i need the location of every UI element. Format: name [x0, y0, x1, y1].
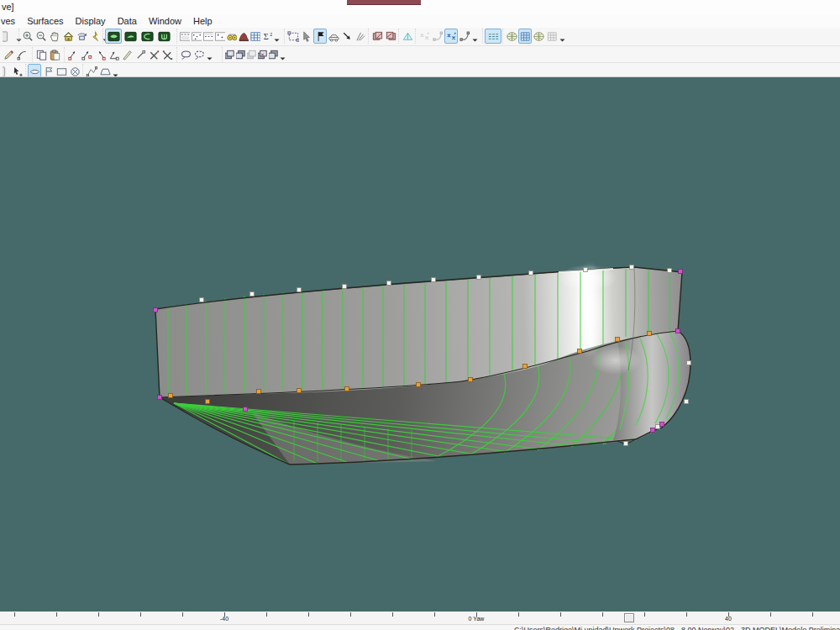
select-pointer-button[interactable] — [300, 29, 313, 44]
ruler-tick — [14, 612, 15, 617]
menu-item-window[interactable]: Window — [143, 14, 187, 28]
untrim-surface-button[interactable] — [384, 29, 397, 44]
lasso-add-icon — [193, 49, 206, 61]
menu-item-display[interactable]: Display — [70, 14, 112, 28]
offsets-window-button[interactable] — [214, 29, 226, 44]
merge-layers-button[interactable] — [257, 47, 268, 62]
pen-tools-button[interactable] — [354, 29, 367, 44]
grid-off-button[interactable] — [545, 29, 559, 44]
perspective-box-button[interactable] — [327, 29, 340, 44]
add-node-button[interactable] — [80, 47, 93, 62]
prism-view-button[interactable] — [401, 29, 414, 44]
draw-arc-button[interactable] — [15, 47, 29, 62]
surface-net-button[interactable] — [505, 29, 518, 44]
view-body-button[interactable] — [155, 29, 172, 44]
bring-forward-icon — [224, 49, 235, 61]
offsets-table-button[interactable] — [249, 29, 261, 44]
select-area-button[interactable] — [286, 29, 300, 44]
bring-forward-button[interactable] — [224, 47, 235, 62]
view-body-icon — [158, 30, 171, 43]
grid-off-icon — [546, 30, 559, 43]
ruler-tick — [812, 612, 813, 617]
viewport-canvas[interactable] — [0, 76, 840, 612]
merge-layers-icon — [257, 49, 268, 61]
select-pointer-icon — [301, 30, 313, 43]
toolbar-dropdown-icon[interactable] — [279, 47, 286, 62]
grid-on-button[interactable] — [518, 29, 532, 44]
calculations-button[interactable]: Σ2 — [261, 29, 273, 44]
node-curve-icon — [459, 30, 471, 43]
toolbar-dropdown-icon[interactable] — [206, 47, 213, 62]
split-line-button[interactable] — [134, 47, 147, 62]
toolbar-group — [368, 29, 397, 44]
frame-of-reference-button[interactable] — [226, 29, 238, 44]
surface-net-icon — [506, 30, 518, 43]
offsets-table-icon — [249, 30, 261, 43]
cut-curve-icon — [148, 49, 160, 61]
control-points-window-icon — [191, 30, 202, 43]
rotate-view-button[interactable] — [75, 29, 88, 44]
insert-edge-button[interactable] — [120, 47, 134, 62]
ruler-tick — [266, 612, 267, 617]
menu-item-help[interactable]: Help — [187, 14, 218, 28]
ruler-tick — [434, 612, 435, 617]
view-perspective-button[interactable] — [105, 29, 122, 44]
arrange-layers-icon — [268, 49, 279, 61]
rotate-view-icon — [76, 30, 88, 43]
arrange-layers-button[interactable] — [268, 47, 279, 62]
toolbar-dropdown-icon[interactable] — [471, 29, 478, 44]
toolbar-dropdown-icon[interactable] — [273, 29, 280, 44]
svg-text:Σ: Σ — [263, 32, 268, 41]
node-curve-button[interactable] — [458, 29, 471, 44]
application-window: { "window": { "title_fragment": "ve]" },… — [0, 0, 840, 630]
toolbar-group — [102, 29, 172, 44]
markers-window-button[interactable] — [179, 29, 191, 44]
home-view-icon — [62, 30, 75, 43]
contours-toggle-button[interactable] — [485, 29, 501, 44]
curves-window-button[interactable] — [202, 29, 214, 44]
cut-curve-button[interactable] — [147, 47, 160, 62]
copy-button[interactable] — [34, 47, 48, 62]
move-node-button[interactable] — [66, 47, 80, 62]
node-curve-alt-icon — [432, 30, 444, 43]
visibility-flag-icon — [314, 30, 327, 43]
toolbar-group — [482, 29, 501, 44]
draw-line-button[interactable] — [2, 47, 15, 62]
ruler-tick — [98, 612, 99, 617]
surface-mesh-button[interactable] — [532, 29, 545, 44]
menu-item-ves[interactable]: ves — [0, 14, 21, 28]
yaw-slider-thumb[interactable] — [624, 613, 634, 622]
toolbar-group — [32, 47, 61, 62]
pan-button[interactable] — [48, 29, 61, 44]
insert-edge-icon — [121, 49, 134, 61]
render-button[interactable] — [88, 29, 102, 44]
home-view-button[interactable] — [61, 29, 75, 44]
trim-surface-button[interactable] — [370, 29, 384, 44]
remove-node-button[interactable] — [93, 47, 107, 62]
node-grid-button[interactable] — [444, 29, 458, 44]
zoom-in-button[interactable] — [21, 29, 34, 44]
align-nodes-button[interactable] — [107, 47, 120, 62]
cut-segment-button[interactable] — [160, 47, 174, 62]
curve-of-areas-button[interactable] — [238, 29, 249, 44]
lock-layer-button — [246, 47, 257, 62]
send-backward-button[interactable] — [235, 47, 246, 62]
toolbar-group — [222, 47, 286, 62]
zoom-out-button[interactable] — [34, 29, 48, 44]
lasso-select-button[interactable] — [179, 47, 192, 62]
window-title: ve] — [2, 2, 14, 12]
view-plan-button[interactable] — [122, 29, 139, 44]
snap-arrow-button[interactable] — [340, 29, 354, 44]
untrim-surface-icon — [385, 30, 397, 43]
toolbar-overflow-button[interactable] — [2, 29, 15, 44]
toolbar-dropdown-icon[interactable] — [559, 29, 565, 44]
paste-button[interactable] — [48, 47, 61, 62]
menu-item-data[interactable]: Data — [112, 14, 143, 28]
ruler-label: -40 — [220, 616, 228, 622]
toolbar-row-3 — [0, 63, 840, 77]
menu-item-surfaces[interactable]: Surfaces — [21, 14, 69, 28]
control-points-window-button[interactable] — [191, 29, 202, 44]
view-profile-button[interactable] — [139, 29, 155, 44]
visibility-flag-button[interactable] — [313, 29, 327, 44]
lasso-add-button[interactable] — [192, 47, 206, 62]
